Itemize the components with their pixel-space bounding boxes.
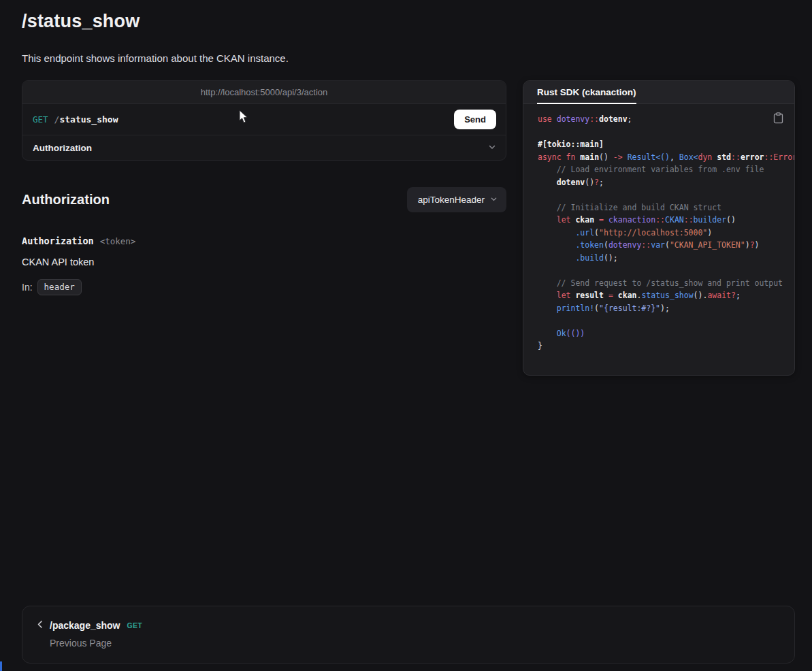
code-content[interactable]: use dotenvy::dotenv;#[tokio::main]async … bbox=[538, 113, 794, 353]
auth-param-description: CKAN API token bbox=[22, 257, 94, 267]
auth-row-label: Authorization bbox=[33, 143, 92, 153]
send-button[interactable]: Send bbox=[454, 110, 496, 129]
path-segment: status_show bbox=[59, 114, 118, 125]
page-title: /status_show bbox=[22, 11, 140, 32]
code-panel-header: Rust SDK (ckanaction) bbox=[523, 81, 794, 104]
in-label: In: bbox=[22, 282, 33, 293]
request-row: GET /status_show Send bbox=[22, 104, 506, 135]
auth-param-name: Authorization bbox=[22, 235, 94, 246]
base-url-text: http://localhost:5000/api/3/action bbox=[201, 87, 327, 97]
previous-page-card[interactable]: /package_show GET Previous Page bbox=[22, 606, 795, 664]
auth-scheme-select[interactable]: apiTokenHeader bbox=[407, 187, 506, 212]
previous-page-label: Previous Page bbox=[50, 638, 781, 649]
auth-collapsible-row[interactable]: Authorization bbox=[22, 135, 506, 161]
previous-page-method-badge: GET bbox=[127, 621, 143, 629]
auth-scheme-value: apiTokenHeader bbox=[418, 195, 485, 205]
code-sample-panel: Rust SDK (ckanaction) use dotenvy::doten… bbox=[523, 80, 795, 376]
http-method-badge: GET bbox=[33, 114, 48, 125]
auth-param-location: In: header bbox=[22, 279, 82, 295]
auth-section-title: Authorization bbox=[22, 192, 110, 208]
clipboard-icon bbox=[773, 112, 783, 124]
request-card: http://localhost:5000/api/3/action GET /… bbox=[22, 80, 506, 161]
previous-page-title: /package_show bbox=[50, 620, 120, 631]
auth-param-type: <token> bbox=[100, 236, 136, 246]
copy-to-clipboard-button[interactable] bbox=[772, 111, 785, 127]
base-url-bar[interactable]: http://localhost:5000/api/3/action bbox=[22, 81, 506, 104]
in-value-badge: header bbox=[37, 279, 82, 295]
auth-section-header: Authorization apiTokenHeader bbox=[22, 187, 506, 212]
chevron-down-icon bbox=[490, 195, 498, 205]
endpoint-path: /status_show bbox=[54, 114, 118, 125]
scroll-fragment bbox=[0, 661, 2, 671]
auth-param-row: Authorization <token> bbox=[22, 235, 135, 246]
code-language-tab[interactable]: Rust SDK (ckanaction) bbox=[537, 87, 636, 104]
previous-page-top: /package_show GET bbox=[36, 619, 781, 632]
endpoint-description: This endpoint shows information about th… bbox=[22, 52, 289, 64]
code-body: use dotenvy::dotenv;#[tokio::main]async … bbox=[523, 104, 794, 366]
chevron-left-icon bbox=[36, 619, 44, 632]
chevron-down-icon bbox=[488, 143, 496, 153]
